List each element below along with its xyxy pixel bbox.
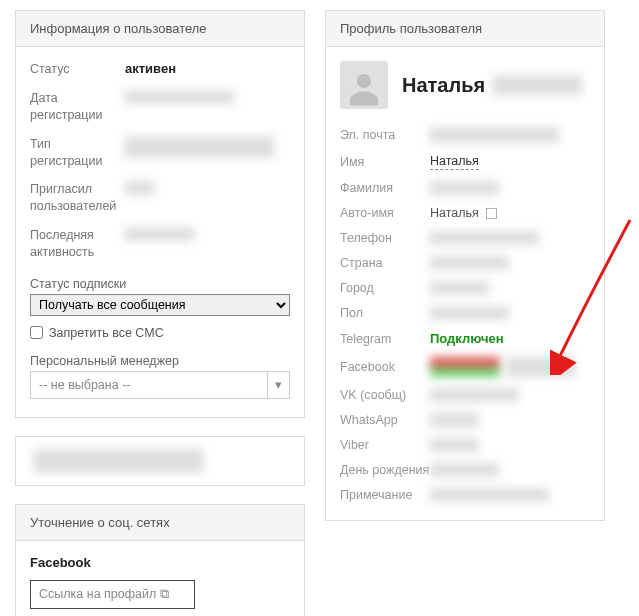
last-activity-label: Последняя активность bbox=[30, 227, 125, 261]
status-label: Статус bbox=[30, 61, 125, 78]
invited-label: Пригласил пользователей bbox=[30, 181, 125, 215]
profile-name: Наталья bbox=[402, 74, 485, 97]
city-value bbox=[430, 281, 490, 295]
reg-type-value bbox=[125, 136, 275, 158]
country-label: Страна bbox=[340, 256, 430, 270]
profile-header: Профиль пользователя bbox=[326, 11, 604, 47]
status-value: активен bbox=[125, 61, 290, 76]
vk-label: VK (сообщ) bbox=[340, 388, 430, 402]
social-header: Уточнение о соц. сетях bbox=[16, 505, 304, 541]
gender-label: Пол bbox=[340, 306, 430, 320]
chevron-down-icon[interactable]: ▾ bbox=[267, 372, 289, 398]
last-name-value bbox=[430, 181, 500, 195]
pers-manager-label: Персональный менеджер bbox=[30, 354, 290, 368]
profile-panel: Профиль пользователя Наталья Эл. почта bbox=[325, 10, 605, 521]
reg-date-label: Дата регистрации bbox=[30, 90, 125, 124]
user-info-panel: Информация о пользователе Статус активен… bbox=[15, 10, 305, 418]
pers-manager-select[interactable]: -- не выбрана -- ▾ bbox=[30, 371, 290, 399]
auto-name-checkbox[interactable] bbox=[485, 207, 497, 219]
forbid-sms-label: Запретить все СМС bbox=[49, 326, 164, 340]
email-label: Эл. почта bbox=[340, 128, 430, 142]
profile-surname-redacted bbox=[493, 75, 583, 95]
first-name-label: Имя bbox=[340, 155, 430, 169]
viber-label: Viber bbox=[340, 438, 430, 452]
redacted-panel bbox=[15, 436, 305, 486]
forbid-sms-checkbox[interactable] bbox=[30, 326, 43, 339]
invited-value bbox=[125, 181, 155, 195]
facebook-link-input[interactable]: Ссылка на профайл ⧉ bbox=[30, 580, 195, 609]
country-value bbox=[430, 256, 510, 270]
birthday-label: День рождения bbox=[340, 463, 430, 477]
last-activity-value bbox=[125, 227, 195, 241]
phone-value bbox=[430, 231, 540, 245]
facebook-value bbox=[430, 357, 500, 377]
whatsapp-value bbox=[430, 413, 480, 427]
auto-name-label: Авто-имя bbox=[340, 206, 430, 220]
vk-value bbox=[430, 388, 520, 402]
sub-status-label: Статус подписки bbox=[30, 277, 290, 291]
sub-status-select[interactable]: Получать все сообщения bbox=[30, 294, 290, 316]
first-name-value[interactable]: Наталья bbox=[430, 154, 479, 170]
city-label: Город bbox=[340, 281, 430, 295]
notes-value bbox=[430, 488, 550, 502]
viber-value bbox=[430, 438, 480, 452]
copy-icon: ⧉ bbox=[160, 587, 169, 602]
gender-value bbox=[430, 306, 510, 320]
reg-type-label: Тип регистрации bbox=[30, 136, 125, 170]
facebook-value-2 bbox=[506, 357, 576, 377]
telegram-value: Подключен bbox=[430, 331, 504, 346]
last-name-label: Фамилия bbox=[340, 181, 430, 195]
notes-label: Примечание bbox=[340, 488, 430, 502]
facebook-placeholder: Ссылка на профайл bbox=[39, 587, 156, 601]
email-value bbox=[430, 127, 560, 143]
user-info-header: Информация о пользователе bbox=[16, 11, 304, 47]
telegram-label: Telegram bbox=[340, 332, 430, 346]
avatar bbox=[340, 61, 388, 109]
auto-name-value: Наталья bbox=[430, 206, 479, 220]
birthday-value bbox=[430, 463, 500, 477]
pers-manager-value: -- не выбрана -- bbox=[31, 378, 267, 392]
facebook-heading: Facebook bbox=[30, 555, 290, 570]
phone-label: Телефон bbox=[340, 231, 430, 245]
whatsapp-label: WhatsApp bbox=[340, 413, 430, 427]
reg-date-value bbox=[125, 90, 235, 104]
facebook-label: Facebook bbox=[340, 360, 430, 374]
social-panel: Уточнение о соц. сетях Facebook Ссылка н… bbox=[15, 504, 305, 616]
